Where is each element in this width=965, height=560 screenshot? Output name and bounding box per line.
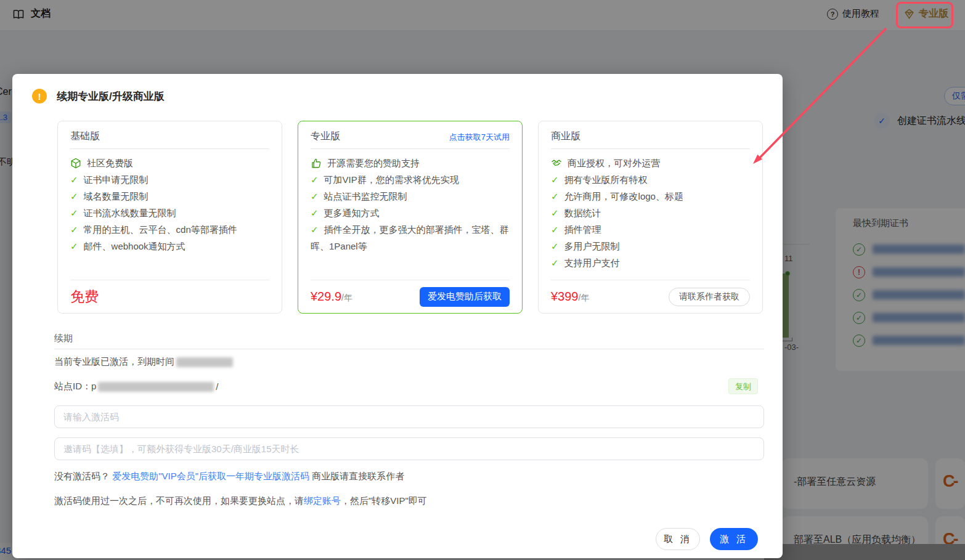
- check-icon: ✓: [70, 208, 78, 218]
- check-icon: ✓: [551, 224, 559, 235]
- plan-feature-text: 支持用户支付: [564, 258, 620, 268]
- plan-card-pro: 专业版 点击获取7天试用 开源需要您的赞助支持 ✓可加VIP群，您的需求将优先实…: [298, 121, 523, 314]
- plan-feature: ✓拥有专业版所有特权: [551, 171, 750, 188]
- check-icon: ✓: [70, 224, 78, 235]
- plan-feature-text: 多用户无限制: [564, 241, 620, 251]
- plan-headline: 社区免费版: [70, 155, 269, 171]
- plan-feature-text: 常用的主机、云平台、cdn等部署插件: [84, 224, 237, 235]
- plan-feature-text: 数据统计: [564, 208, 601, 218]
- site-id-line: 站点ID：p /: [54, 381, 219, 392]
- plan-headline: 开源需要您的赞助支持: [311, 155, 510, 171]
- check-icon: ✓: [551, 241, 559, 251]
- plan-name: 专业版: [311, 130, 340, 143]
- plan-feature: ✓插件管理: [551, 221, 750, 238]
- divider: [54, 349, 764, 349]
- plan-feature: ✓常用的主机、云平台、cdn等部署插件: [70, 221, 269, 238]
- plan-price: ¥29.9: [311, 290, 341, 303]
- plan-feature: ✓可加VIP群，您的需求将优先实现: [311, 171, 510, 188]
- warning-icon: !: [32, 89, 47, 103]
- check-icon: ✓: [311, 208, 319, 218]
- redacted-expiry-date: [176, 357, 233, 367]
- plan-feature: ✓支持用户支付: [551, 254, 750, 271]
- plan-feature: ✓证书申请无限制: [70, 171, 269, 188]
- upgrade-dialog: ! 续期专业版/升级商业版 基础版 社区免费版 ✓证书申请无限制: [12, 74, 783, 558]
- plan-feature-text: 域名数量无限制: [84, 191, 149, 201]
- plan-card-business: 商业版 商业授权，可对外运营 ✓拥有专业版所有特权 ✓允许商用，可修改logo、…: [538, 121, 763, 314]
- plan-name: 基础版: [70, 130, 100, 143]
- renew-label: 续期: [54, 333, 73, 344]
- plan-headline-text: 开源需要您的赞助支持: [327, 155, 420, 171]
- sponsor-link[interactable]: 爱发电赞助"VIP会员"后获取一年期专业版激活码: [112, 471, 309, 481]
- check-icon: ✓: [70, 191, 78, 201]
- cancel-button[interactable]: 取 消: [656, 528, 700, 550]
- check-icon: ✓: [311, 191, 319, 201]
- sponsor-get-button[interactable]: 爱发电赞助后获取: [420, 287, 510, 307]
- check-icon: ✓: [311, 174, 319, 185]
- activate-button[interactable]: 激 活: [710, 528, 758, 550]
- plan-features: ✓拥有专业版所有特权 ✓允许商用，可修改logo、标题 ✓数据统计 ✓插件管理 …: [539, 171, 762, 271]
- plan-features: ✓可加VIP群，您的需求将优先实现 ✓站点证书监控无限制 ✓更多通知方式 ✓插件…: [298, 171, 522, 254]
- no-code-hint: 没有激活码？ 爱发电赞助"VIP会员"后获取一年期专业版激活码 商业版请直接联系…: [54, 471, 404, 482]
- check-icon: ✓: [551, 174, 559, 185]
- plan-headline-text: 商业授权，可对外运营: [568, 155, 660, 171]
- status-text: 当前专业版已激活，到期时间: [54, 356, 174, 368]
- plan-price-wrap: ¥29.9/年: [311, 290, 352, 304]
- plan-feature-text: 证书申请无限制: [84, 174, 149, 185]
- copy-button[interactable]: 复制: [728, 378, 758, 394]
- note-text: 激活码使用过一次之后，不可再次使用，如果要更换站点，请: [54, 495, 304, 506]
- check-icon: ✓: [70, 174, 78, 185]
- plan-footer: 免费: [70, 280, 269, 313]
- trial-link[interactable]: 点击获取7天试用: [449, 132, 510, 143]
- plan-cards: 基础版 社区免费版 ✓证书申请无限制 ✓域名数量无限制 ✓证书流水线数量无限制: [57, 121, 763, 314]
- plan-feature-list: 社区免费版: [70, 155, 269, 171]
- plan-header: 基础版: [70, 130, 269, 149]
- plan-feature-text: 证书流水线数量无限制: [84, 208, 176, 218]
- redacted-site-id: [98, 382, 214, 392]
- plan-feature: ✓插件全开放，更多强大的部署插件，宝塔、群晖、1Panel等: [311, 221, 510, 254]
- hint-text: 没有激活码？: [54, 471, 112, 481]
- plan-price-unit: /年: [341, 293, 352, 302]
- plan-feature: ✓站点证书监控无限制: [311, 188, 510, 205]
- plan-price: ¥399: [551, 290, 579, 303]
- thumbs-up-icon: [311, 158, 322, 169]
- plan-feature: ✓域名数量无限制: [70, 188, 269, 205]
- plan-feature-text: 更多通知方式: [324, 208, 380, 218]
- plan-feature-list: 开源需要您的赞助支持: [311, 155, 510, 171]
- invite-code-input[interactable]: [54, 437, 764, 460]
- plan-feature-text: 邮件、webhook通知方式: [84, 241, 185, 251]
- plan-price: 免费: [70, 287, 99, 306]
- reuse-note: 激活码使用过一次之后，不可再次使用，如果要更换站点，请绑定账号，然后"转移VIP…: [54, 495, 427, 507]
- check-icon: ✓: [551, 191, 559, 201]
- plan-feature: ✓允许商用，可修改logo、标题: [551, 188, 750, 205]
- plan-feature: ✓更多通知方式: [311, 205, 510, 221]
- bind-account-link[interactable]: 绑定账号: [304, 495, 341, 506]
- plan-features: ✓证书申请无限制 ✓域名数量无限制 ✓证书流水线数量无限制 ✓常用的主机、云平台…: [58, 171, 282, 254]
- activation-code-input[interactable]: [54, 405, 764, 428]
- plan-card-basic: 基础版 社区免费版 ✓证书申请无限制 ✓域名数量无限制 ✓证书流水线数量无限制: [57, 121, 282, 314]
- plan-name: 商业版: [551, 130, 580, 143]
- plan-feature: ✓多用户无限制: [551, 238, 750, 254]
- check-icon: ✓: [551, 208, 559, 218]
- plan-feature-text: 插件管理: [564, 224, 601, 235]
- plan-feature-text: 可加VIP群，您的需求将优先实现: [324, 174, 459, 185]
- plan-feature: ✓邮件、webhook通知方式: [70, 238, 269, 254]
- plan-footer: ¥399/年 请联系作者获取: [551, 280, 750, 313]
- plan-feature-text: 拥有专业版所有特权: [564, 174, 648, 185]
- site-id-label: 站点ID：p: [54, 381, 96, 392]
- dialog-title: 续期专业版/升级商业版: [57, 89, 165, 103]
- screen: 文档 ? 使用教程 专业版 Cer 1.3 不明 345 仅需 ✓ 创建证书流水…: [0, 0, 965, 560]
- cube-icon: [70, 158, 81, 169]
- plan-feature-text: 站点证书监控无限制: [324, 191, 407, 201]
- note-text: ，然后"转移VIP"即可: [341, 495, 427, 506]
- plan-price-wrap: ¥399/年: [551, 290, 589, 304]
- plan-headline: 商业授权，可对外运营: [551, 155, 750, 171]
- contact-author-button[interactable]: 请联系作者获取: [669, 288, 750, 306]
- dialog-footer: 取 消 激 活: [656, 528, 758, 550]
- site-id-suffix: /: [216, 381, 218, 392]
- plan-feature-text: 插件全开放，更多强大的部署插件，宝塔、群晖、1Panel等: [311, 224, 509, 251]
- plan-feature-text: 允许商用，可修改logo、标题: [564, 191, 683, 201]
- check-icon: ✓: [311, 224, 319, 235]
- plan-price-unit: /年: [579, 293, 590, 302]
- handshake-icon: [551, 158, 562, 169]
- plan-feature: ✓数据统计: [551, 205, 750, 221]
